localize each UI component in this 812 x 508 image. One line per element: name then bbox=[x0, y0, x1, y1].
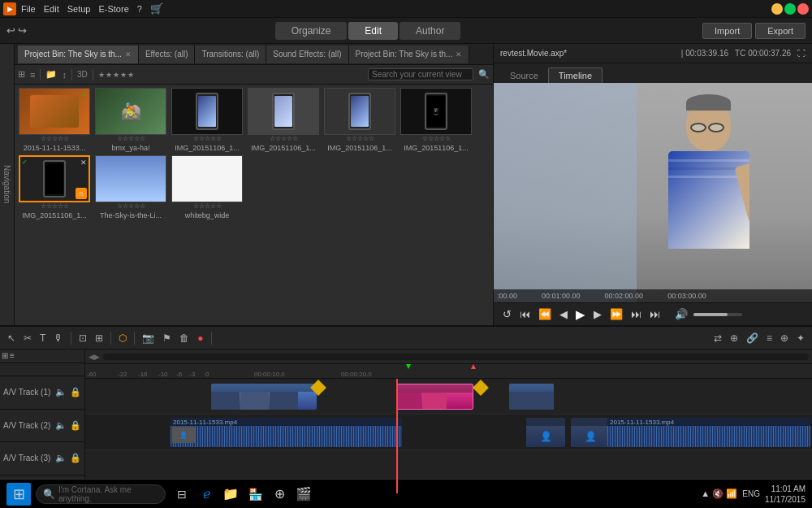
tool-cut[interactable]: ✂ bbox=[21, 332, 34, 344]
clip-track2-main2[interactable]: 2015-11-11-1533.mp4 bbox=[607, 418, 810, 447]
tab-author[interactable]: Author bbox=[400, 22, 460, 40]
tool-snapshots[interactable]: 📷 bbox=[140, 332, 157, 344]
end-button[interactable]: ⏭ bbox=[647, 308, 663, 320]
taskview-icon[interactable]: ⊟ bbox=[172, 484, 192, 504]
taskbar-search[interactable]: 🔍 I'm Cortana. Ask me anything. bbox=[36, 484, 166, 504]
clip-track2-2[interactable]: 👤 bbox=[526, 418, 565, 447]
list-item[interactable]: ✓ ✕ R ☆☆☆☆☆ IMG_20151106_1... bbox=[18, 155, 91, 219]
sort-icon[interactable]: ↕ bbox=[62, 70, 67, 80]
redo-button[interactable]: ↪ bbox=[18, 24, 27, 37]
menu-bar[interactable]: File Edit Setup E-Store ? bbox=[21, 4, 142, 14]
clip-track1-2-selected[interactable] bbox=[396, 384, 473, 410]
tool-multi[interactable]: ⊞ bbox=[93, 332, 106, 344]
remove-icon[interactable]: ✕ bbox=[80, 158, 87, 167]
menu-estore[interactable]: E-Store bbox=[98, 4, 128, 14]
track-mute-icon[interactable]: 🔈 bbox=[55, 387, 67, 397]
view-list-icon[interactable]: ≡ bbox=[30, 70, 35, 80]
tool-select[interactable]: ↖ bbox=[5, 332, 18, 344]
media-tab-project-bin[interactable]: Project Bin: The Sky is th... ✕ bbox=[18, 46, 139, 63]
undo-button[interactable]: ↩ bbox=[6, 24, 15, 37]
list-icon[interactable]: ≡ bbox=[10, 351, 15, 360]
media-thumb[interactable]: 🚵 bbox=[95, 88, 166, 135]
track-lock-icon-2[interactable]: 🔒 bbox=[70, 420, 81, 431]
tool-red-circle[interactable]: ● bbox=[195, 332, 205, 344]
list-item[interactable]: ☆☆☆☆☆ IMG_20151106_1... bbox=[247, 88, 320, 152]
maximize-button[interactable] bbox=[784, 3, 796, 15]
play-button[interactable]: ▶ bbox=[573, 307, 588, 322]
import-button[interactable]: Import bbox=[702, 23, 752, 39]
tool-audio[interactable]: 🎙 bbox=[51, 332, 66, 344]
nav-sidebar[interactable]: Navigation bbox=[0, 44, 15, 325]
minimize-button[interactable] bbox=[771, 3, 783, 15]
tab-close-icon2[interactable]: ✕ bbox=[456, 50, 462, 59]
volume-slider[interactable] bbox=[693, 313, 742, 316]
media-tab-sound[interactable]: Sound Effects: (all) bbox=[266, 46, 348, 63]
media-thumb[interactable]: 📱 bbox=[400, 88, 472, 135]
list-item[interactable]: ☆☆☆☆☆ whitebg_wide bbox=[171, 155, 244, 219]
tool-grid[interactable]: ⊡ bbox=[76, 332, 89, 344]
media-thumb[interactable] bbox=[171, 88, 243, 135]
folder-icon[interactable]: 📁 bbox=[45, 69, 57, 80]
close-button[interactable] bbox=[797, 3, 809, 15]
zoom-icon[interactable]: ⊞ bbox=[2, 351, 8, 360]
view-grid-icon[interactable]: ⊞ bbox=[18, 69, 25, 80]
search-icon[interactable]: 🔍 bbox=[478, 69, 490, 80]
list-item[interactable]: 📱 ☆☆☆☆☆ IMG_20151106_1... bbox=[400, 88, 473, 152]
next-button[interactable]: ⏩ bbox=[607, 308, 625, 320]
tool-text[interactable]: T bbox=[37, 332, 48, 344]
menu-file[interactable]: File bbox=[21, 4, 36, 14]
clip-track1-1[interactable] bbox=[211, 384, 317, 410]
track-lock-icon-3[interactable]: 🔒 bbox=[70, 453, 81, 463]
tool-markers[interactable]: ⚑ bbox=[160, 332, 174, 344]
tool-effect[interactable]: ⬡ bbox=[116, 332, 129, 344]
list-item[interactable]: 🚵 ☆☆☆☆☆ bmx_ya-ha! bbox=[94, 88, 167, 152]
menu-setup[interactable]: Setup bbox=[67, 4, 91, 14]
media-thumb[interactable] bbox=[248, 88, 319, 135]
list-item[interactable]: ✓ ☆☆☆☆☆ 2015-11-11-1533... bbox=[18, 88, 91, 152]
fullscreen-icon[interactable]: ⛶ bbox=[797, 49, 806, 58]
media-thumb[interactable] bbox=[324, 88, 395, 135]
track-lock-icon[interactable]: 🔒 bbox=[70, 387, 81, 397]
store-icon[interactable]: 🏪 bbox=[245, 484, 265, 504]
list-item[interactable]: ☆☆☆☆☆ The-Sky-is-the-Li... bbox=[94, 155, 167, 219]
tab-close-icon[interactable]: ✕ bbox=[125, 50, 132, 59]
clip-track2-main[interactable]: 2015-11-11-1533.mp4 👤 bbox=[171, 418, 402, 447]
step-back-button[interactable]: ◀ bbox=[557, 308, 570, 320]
next-frame-button[interactable]: ⏭ bbox=[628, 308, 644, 320]
file-explorer-icon[interactable]: 📁 bbox=[221, 484, 240, 504]
right-tools-4[interactable]: ≡ bbox=[764, 332, 775, 344]
track-mute-icon-3[interactable]: 🔈 bbox=[55, 453, 67, 463]
right-tools-1[interactable]: ⇄ bbox=[711, 332, 724, 344]
list-item[interactable]: ☆☆☆☆☆ IMG_20151106_1... bbox=[323, 88, 396, 152]
prev-frame-button[interactable]: ⏮ bbox=[517, 308, 533, 320]
app-icon-2[interactable]: 🎬 bbox=[294, 484, 313, 504]
export-button[interactable]: Export bbox=[755, 23, 806, 39]
menu-edit[interactable]: Edit bbox=[44, 4, 59, 14]
rewind-icon[interactable]: ↺ bbox=[500, 308, 514, 320]
right-tools-3[interactable]: 🔗 bbox=[744, 332, 761, 344]
prev-button[interactable]: ⏪ bbox=[536, 308, 554, 320]
step-fwd-button[interactable]: ▶ bbox=[591, 308, 604, 320]
edge-icon[interactable]: ℯ bbox=[197, 484, 216, 504]
tab-edit[interactable]: Edit bbox=[348, 22, 398, 40]
media-thumb[interactable] bbox=[95, 155, 166, 202]
media-thumb[interactable] bbox=[171, 155, 243, 202]
tab-organize[interactable]: Organize bbox=[275, 22, 348, 40]
right-tools-5[interactable]: ⊕ bbox=[778, 332, 791, 344]
media-tab-transitions[interactable]: Transitions: (all) bbox=[195, 46, 266, 63]
tool-delete[interactable]: 🗑 bbox=[177, 332, 192, 344]
media-tab-project-bin2[interactable]: Project Bin: The Sky is th... ✕ bbox=[349, 46, 470, 63]
menu-help[interactable]: ? bbox=[137, 4, 142, 14]
tab-source[interactable]: Source bbox=[500, 68, 548, 83]
search-input[interactable] bbox=[368, 68, 473, 80]
chrome-icon[interactable]: ⊕ bbox=[270, 484, 289, 504]
media-tab-effects[interactable]: Effects: (all) bbox=[139, 46, 196, 63]
right-tools-6[interactable]: ✦ bbox=[794, 332, 807, 344]
media-thumb-selected[interactable]: ✓ ✕ R bbox=[19, 155, 90, 202]
track-mute-icon-2[interactable]: 🔈 bbox=[55, 420, 67, 431]
start-button[interactable]: ⊞ bbox=[6, 483, 31, 506]
volume-icon[interactable]: 🔊 bbox=[672, 308, 690, 320]
tab-timeline[interactable]: Timeline bbox=[548, 67, 603, 83]
clip-track1-3[interactable] bbox=[509, 384, 554, 410]
media-thumb[interactable]: ✓ bbox=[19, 88, 90, 135]
